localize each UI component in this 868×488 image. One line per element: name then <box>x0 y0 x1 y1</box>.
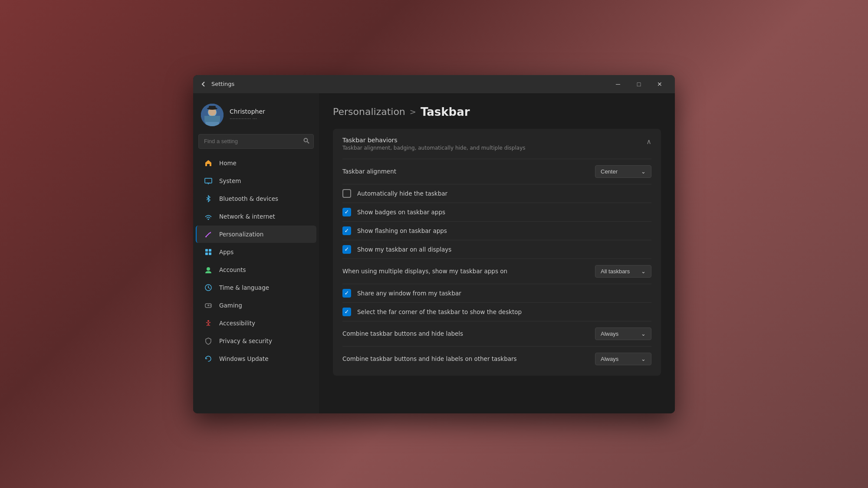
sidebar-item-accessibility[interactable]: Accessibility <box>196 314 316 332</box>
title-bar: Settings ─ □ ✕ <box>193 75 675 93</box>
minimize-button[interactable]: ─ <box>608 77 628 91</box>
user-profile: Christopher ·············· ··· <box>193 98 319 134</box>
user-info: Christopher ·············· ··· <box>230 108 265 121</box>
nav-list: HomeSystemBluetooth & devicesNetwork & i… <box>193 154 319 368</box>
breadcrumb-parent: Personalization <box>333 106 405 117</box>
home-label: Home <box>219 160 237 167</box>
section-header[interactable]: Taskbar behaviors Taskbar alignment, bad… <box>333 129 661 159</box>
combine-other-chevron-icon: ⌄ <box>641 356 646 362</box>
svg-rect-6 <box>209 106 216 109</box>
update-icon <box>204 354 213 364</box>
privacy-label: Privacy & security <box>219 337 272 344</box>
bluetooth-icon <box>204 194 213 203</box>
main-content: Personalization > Taskbar Taskbar behavi… <box>319 93 675 413</box>
autohide-row: Automatically hide the taskbar <box>342 184 651 203</box>
sidebar-item-home[interactable]: Home <box>196 154 316 172</box>
time-label: Time & language <box>219 284 269 291</box>
shareWindow-checkbox[interactable]: ✓ <box>342 289 351 298</box>
checkmark-icon: ✓ <box>345 308 349 315</box>
back-icon[interactable] <box>200 81 207 88</box>
accounts-label: Accounts <box>219 266 246 273</box>
apps-label: Apps <box>219 249 233 255</box>
combine-other-dropdown[interactable]: Always ⌄ <box>595 353 651 365</box>
svg-rect-19 <box>205 252 208 255</box>
svg-rect-3 <box>204 116 220 122</box>
search-input[interactable] <box>198 134 314 149</box>
autohide-checkbox[interactable] <box>342 189 351 198</box>
combine-buttons-setting-row: Combine taskbar buttons and hide labels … <box>342 321 651 346</box>
alignment-setting-row: Taskbar alignment Center ⌄ <box>342 159 651 184</box>
sidebar-item-update[interactable]: Windows Update <box>196 350 316 367</box>
section-header-text: Taskbar behaviors Taskbar alignment, bad… <box>342 137 526 151</box>
sidebar-item-privacy[interactable]: Privacy & security <box>196 332 316 350</box>
breadcrumb: Personalization > Taskbar <box>333 105 661 118</box>
combine-other-value: Always <box>601 356 618 362</box>
network-label: Network & internet <box>219 213 275 220</box>
showDesktop-row: ✓Select the far corner of the taskbar to… <box>342 302 651 321</box>
checkmark-icon: ✓ <box>345 227 349 234</box>
svg-rect-17 <box>205 249 208 252</box>
checkbox-rows: Automatically hide the taskbar✓Show badg… <box>342 184 651 259</box>
home-icon <box>204 158 213 168</box>
checkmark-icon: ✓ <box>345 290 349 296</box>
sidebar-item-network[interactable]: Network & internet <box>196 208 316 225</box>
combine-other-label: Combine taskbar buttons and hide labels … <box>342 355 517 362</box>
svg-point-30 <box>207 320 209 322</box>
allDisplays-label: Show my taskbar on all displays <box>357 246 451 253</box>
sidebar-item-apps[interactable]: Apps <box>196 243 316 261</box>
badges-checkbox[interactable]: ✓ <box>342 208 351 216</box>
sidebar-item-time[interactable]: Time & language <box>196 279 316 296</box>
user-name: Christopher <box>230 108 265 115</box>
svg-line-8 <box>307 141 309 143</box>
maximize-button[interactable]: □ <box>629 77 649 91</box>
autohide-label: Automatically hide the taskbar <box>357 190 447 197</box>
allDisplays-row: ✓Show my taskbar on all displays <box>342 240 651 259</box>
checkmark-icon: ✓ <box>345 209 349 215</box>
section-body: Taskbar alignment Center ⌄ Automatically… <box>333 159 661 376</box>
accessibility-icon <box>204 318 213 328</box>
time-icon <box>204 283 213 292</box>
sidebar-item-accounts[interactable]: Accounts <box>196 261 316 278</box>
svg-point-7 <box>304 138 308 142</box>
apps-icon <box>204 247 213 257</box>
network-icon <box>204 212 213 221</box>
sidebar: Christopher ·············· ··· HomeSyste… <box>193 93 319 413</box>
close-button[interactable]: ✕ <box>650 77 670 91</box>
sidebar-item-system[interactable]: System <box>196 172 316 190</box>
alignment-label: Taskbar alignment <box>342 168 396 175</box>
settings-window: Settings ─ □ ✕ <box>193 75 675 413</box>
sidebar-item-bluetooth[interactable]: Bluetooth & devices <box>196 190 316 207</box>
svg-rect-20 <box>209 252 211 255</box>
title-bar-left: Settings <box>200 81 234 88</box>
shareWindow-row: ✓Share any window from my taskbar <box>342 284 651 302</box>
combine-buttons-dropdown[interactable]: Always ⌄ <box>595 328 651 340</box>
multi-display-label: When using multiple displays, show my ta… <box>342 268 507 275</box>
svg-rect-18 <box>209 249 211 252</box>
sidebar-item-gaming[interactable]: Gaming <box>196 297 316 314</box>
alignment-dropdown[interactable]: Center ⌄ <box>595 165 651 178</box>
allDisplays-checkbox[interactable]: ✓ <box>342 245 351 254</box>
window-title: Settings <box>211 81 234 87</box>
system-icon <box>204 176 213 186</box>
update-label: Windows Update <box>219 355 268 362</box>
flashing-label: Show flashing on taskbar apps <box>357 227 447 234</box>
svg-point-21 <box>207 267 210 271</box>
system-label: System <box>219 177 241 184</box>
multi-display-setting-row: When using multiple displays, show my ta… <box>342 259 651 284</box>
flashing-checkbox[interactable]: ✓ <box>342 226 351 235</box>
svg-point-28 <box>210 305 211 305</box>
breadcrumb-current: Taskbar <box>421 105 470 118</box>
sidebar-item-personalization[interactable]: Personalization <box>196 226 316 243</box>
combine-buttons-value: Always <box>601 331 618 337</box>
personalization-icon <box>204 229 213 239</box>
privacy-icon <box>204 336 213 346</box>
title-bar-controls: ─ □ ✕ <box>608 77 670 91</box>
flashing-row: ✓Show flashing on taskbar apps <box>342 221 651 240</box>
svg-point-29 <box>210 305 211 306</box>
multi-display-chevron-icon: ⌄ <box>641 268 646 275</box>
multi-display-dropdown[interactable]: All taskbars ⌄ <box>595 265 651 278</box>
accounts-icon <box>204 265 213 275</box>
gaming-label: Gaming <box>219 302 242 309</box>
showDesktop-checkbox[interactable]: ✓ <box>342 308 351 316</box>
extra-checkboxes: ✓Share any window from my taskbar✓Select… <box>342 284 651 321</box>
